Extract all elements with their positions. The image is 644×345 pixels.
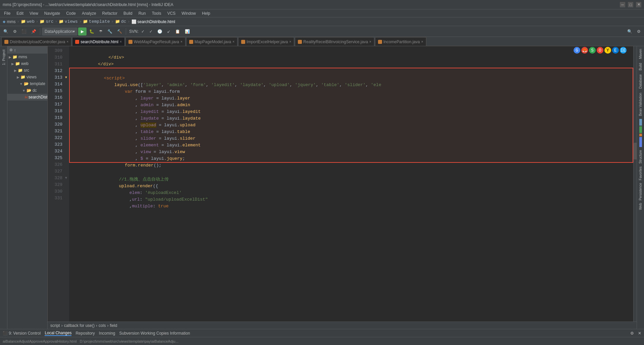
minimize-button[interactable]: ─	[620, 2, 625, 7]
tab-import-excel[interactable]: ImportExcelHelper.java ×	[238, 37, 294, 46]
tab-map-model[interactable]: MapPageModel.java ×	[186, 37, 237, 46]
svn-check2-btn[interactable]: ✓	[147, 27, 155, 36]
menu-file[interactable]: File	[1, 10, 13, 16]
svn-check-btn[interactable]: ✓	[139, 27, 147, 36]
vertical-scrollbar[interactable]	[633, 46, 637, 322]
browser-ie[interactable]: IE	[620, 47, 627, 54]
tab-income-partition[interactable]: IncomePartition.java ×	[375, 37, 426, 46]
run-button[interactable]: ▶	[78, 27, 87, 36]
maximize-button[interactable]: □	[628, 2, 633, 7]
project-tab[interactable]: 1: Project	[1, 48, 7, 67]
java-icon-3	[128, 40, 132, 44]
tab-webmap-result[interactable]: WebMapPageResult.java ×	[125, 37, 185, 46]
structure-tab[interactable]: Structure	[638, 149, 643, 165]
menu-edit[interactable]: Edit	[14, 10, 26, 16]
tab-close-4[interactable]: ×	[232, 40, 234, 44]
toolbar-settings-btn[interactable]: ⚙	[11, 27, 19, 36]
line-num-327: 327	[48, 168, 62, 175]
bottom-tab-subversion[interactable]: Subversion Working Copies Information	[119, 331, 190, 336]
menu-refactor[interactable]: Refactor	[100, 10, 120, 16]
persistence-tab[interactable]: Persistence	[638, 182, 643, 202]
menu-code[interactable]: Code	[63, 10, 78, 16]
breadcrumb-field[interactable]: field	[110, 323, 117, 328]
breadcrumb-dc[interactable]: 📁 dc	[115, 19, 126, 24]
maven-tab[interactable]: Maven	[638, 48, 643, 60]
settings-cog-btn[interactable]: ⚙	[635, 27, 643, 36]
bottom-tab-repository[interactable]: Repository	[75, 331, 95, 336]
breadcrumb-file[interactable]: ⬜ searchDistribute.html	[131, 19, 175, 24]
tab-close-3[interactable]: ×	[180, 40, 182, 44]
profile-button[interactable]: 🔧	[105, 27, 114, 36]
tree-item-web[interactable]: ▶ 📁 web	[7, 60, 47, 67]
tree-item-dc[interactable]: ▼ 📂 dc	[7, 87, 47, 94]
browser-opera[interactable]: O	[597, 47, 603, 54]
menu-tools[interactable]: Tools	[149, 10, 164, 16]
scrollbar-thumb[interactable]	[634, 143, 637, 159]
menu-help[interactable]: Help	[199, 10, 213, 16]
breadcrumb-template[interactable]: 📁 template	[83, 19, 110, 24]
tab-reality-receipt[interactable]: RealityReceiBillnvoicingService.java ×	[295, 37, 374, 46]
browser-yandex[interactable]: Y	[604, 47, 611, 54]
browser-edge[interactable]: E	[612, 47, 619, 54]
tree-gear-icon[interactable]: ⚙	[9, 48, 13, 52]
tab-close-1[interactable]: ×	[66, 40, 68, 44]
browser-firefox[interactable]: 🦊	[581, 47, 588, 54]
tab-close-2[interactable]: ×	[120, 40, 122, 44]
tree-item-mms[interactable]: ▶ 📁 mms	[7, 54, 47, 60]
svn-clock-btn[interactable]: 🕐	[155, 27, 164, 36]
menu-build[interactable]: Build	[121, 10, 135, 16]
tab-close-7[interactable]: ×	[421, 40, 423, 44]
svn-update-btn[interactable]: ↙	[165, 27, 172, 36]
tab-distribute-controller[interactable]: DistributeUploadController.java ×	[1, 37, 71, 46]
help-search-btn[interactable]: 🔍	[625, 27, 634, 36]
menu-window[interactable]: Window	[179, 10, 199, 16]
toolbar-pin-btn[interactable]: 📌	[29, 27, 38, 36]
right-tool-panel: Maven Build Database Bean Validation Str…	[637, 46, 644, 329]
favorites-tab[interactable]: Favorites	[638, 165, 643, 182]
menu-run[interactable]: Run	[136, 10, 149, 16]
code-lines[interactable]: </div> </div> <script> layui.	[69, 46, 633, 322]
menu-analyze[interactable]: Analyze	[79, 10, 99, 16]
tab-close-6[interactable]: ×	[369, 40, 371, 44]
svn-patch-btn[interactable]: 📋	[173, 27, 182, 36]
tree-item-src[interactable]: ▶ 📁 src	[7, 67, 47, 74]
menu-vcs[interactable]: VCS	[165, 10, 178, 16]
toolbar-layout-btn[interactable]: ⬛	[19, 27, 29, 36]
breadcrumb-views[interactable]: 📁 views	[59, 19, 78, 24]
web-tab[interactable]: Web	[638, 202, 643, 211]
breadcrumb-web[interactable]: 📁 web	[21, 19, 35, 24]
build-tab[interactable]: Build	[638, 62, 643, 72]
tree-arrow-2: ▶	[11, 62, 14, 66]
bottom-close[interactable]: ✕	[638, 331, 641, 336]
svn-history-btn[interactable]: 📊	[183, 27, 192, 36]
tree-item-views[interactable]: ▶ 📁 views	[7, 74, 47, 80]
breadcrumb-mms[interactable]: mms	[7, 19, 15, 24]
run-config-select[interactable]: DataApplication ▾	[42, 27, 77, 36]
tab-search-distribute[interactable]: searchDistribute.html ×	[72, 37, 125, 46]
breadcrumb-src[interactable]: 📁 src	[40, 19, 53, 24]
bottom-tab-version-control[interactable]: ⬛ 9: Version Control	[3, 331, 41, 336]
toolbar-search-btn[interactable]: 🔍	[1, 27, 10, 36]
line-num-310: 310	[48, 54, 62, 61]
breadcrumb-callback[interactable]: callback for use()	[64, 323, 95, 328]
bottom-tab-local-changes[interactable]: Local Changes	[45, 331, 71, 336]
browser-safari[interactable]: S	[589, 47, 596, 54]
menu-navigate[interactable]: Navigate	[42, 10, 63, 16]
coverage-button[interactable]: ☂	[97, 27, 105, 36]
browser-chrome[interactable]: G	[574, 47, 580, 54]
tab-close-5[interactable]: ×	[289, 40, 291, 44]
gutter-316	[65, 94, 69, 101]
breadcrumb-script[interactable]: script	[50, 323, 60, 328]
breadcrumb-cols[interactable]: cols	[99, 323, 106, 328]
bottom-settings[interactable]: ⚙	[630, 331, 634, 336]
menu-view[interactable]: View	[27, 10, 41, 16]
build-button[interactable]: 🔨	[115, 27, 124, 36]
database-tab[interactable]: Database	[638, 73, 643, 90]
bean-validation-tab[interactable]: Bean Validation	[638, 91, 643, 117]
tree-sort-icon[interactable]: ↕	[14, 48, 16, 52]
tree-item-search-dist[interactable]: H searchDist...	[7, 94, 47, 100]
tree-item-template[interactable]: ▼ 📂 template	[7, 80, 47, 87]
debug-button[interactable]: 🐛	[87, 27, 96, 36]
bottom-tab-incoming[interactable]: Incoming	[99, 331, 115, 336]
close-button[interactable]: ✕	[636, 2, 641, 7]
